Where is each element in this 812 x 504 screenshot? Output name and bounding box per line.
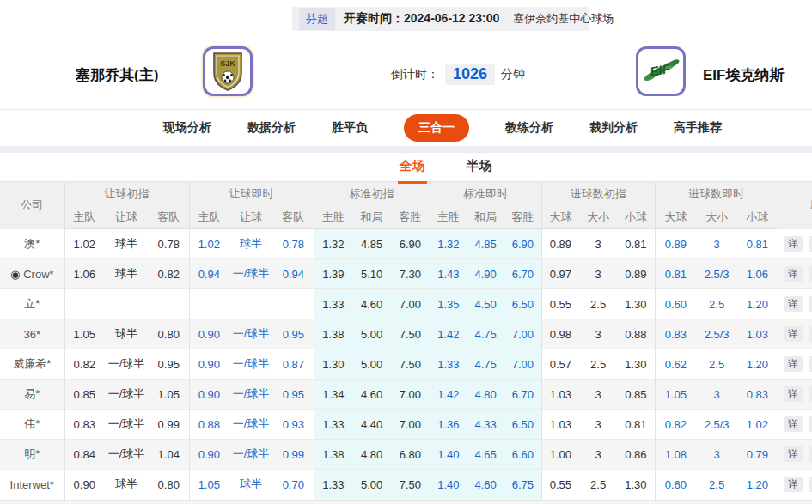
detail-button[interactable]: 详 [784, 236, 803, 252]
countdown: 倒计时： 1026 分钟 [391, 64, 525, 85]
nav-referee-analysis[interactable]: 裁判分析 [589, 120, 638, 136]
subcol-header: 和局 [467, 206, 504, 229]
kickoff-time: 开赛时间：2024-06-12 23:00 [344, 11, 499, 27]
odds-cell: 4.85 [352, 229, 391, 259]
odds-cell: 球半 [104, 229, 149, 259]
detail-button[interactable]: 详 [784, 416, 803, 432]
odds-cell: 一/球半 [229, 259, 273, 289]
nav-data-analysis[interactable]: 数据分析 [247, 120, 296, 136]
odds-cell: 4.75 [467, 349, 504, 380]
odds-cell: 5.00 [352, 319, 391, 349]
nav-win-draw-lose[interactable]: 胜平负 [332, 120, 368, 136]
company-cell[interactable]: 易* [0, 380, 64, 410]
stats-button[interactable]: 统 [809, 446, 812, 462]
odds-cell: 0.81 [617, 229, 655, 259]
actions-cell: 详统 [778, 349, 812, 380]
odds-cell: 6.70 [504, 380, 541, 410]
company-cell[interactable]: 伟* [0, 410, 64, 440]
odds-cell: 1.03 [541, 380, 579, 410]
tab-half-match[interactable]: 半场 [465, 156, 494, 181]
detail-button[interactable]: 详 [784, 477, 803, 492]
odds-cell: 0.70 [273, 470, 314, 500]
table-row: 澳*1.02球半0.781.02球半0.781.324.856.901.324.… [0, 229, 812, 259]
odds-cell: 1.32 [314, 229, 352, 259]
company-cell[interactable]: 威廉希* [0, 349, 64, 380]
nav-expert-picks[interactable]: 高手推荐 [674, 120, 722, 136]
stats-button[interactable]: 统 [809, 416, 812, 432]
odds-cell: 3 [579, 229, 617, 259]
subcol-header: 大球 [655, 206, 696, 229]
subcol-header: 大小 [696, 206, 737, 229]
odds-cell: 1.35 [430, 289, 467, 319]
company-cell[interactable]: 明* [0, 440, 64, 470]
odds-cell: 4.40 [352, 410, 391, 440]
detail-button[interactable]: 详 [784, 266, 803, 282]
odds-cell: 4.85 [467, 229, 504, 259]
odds-cell: 1.06 [737, 259, 778, 289]
odds-cell: 0.82 [149, 259, 189, 289]
odds-cell: 0.98 [541, 319, 579, 349]
odds-cell: 0.83 [64, 410, 104, 440]
company-cell[interactable]: ◉Crow* [0, 259, 64, 289]
table-row: 明*0.84一/球半1.040.90一/球半0.991.384.806.801.… [0, 440, 812, 470]
subcol-header: 让球 [104, 206, 149, 229]
company-cell[interactable]: Interwet* [0, 470, 64, 500]
odds-cell: 2.5 [579, 349, 617, 380]
detail-button[interactable]: 详 [784, 446, 803, 462]
detail-button[interactable]: 详 [784, 326, 803, 342]
company-cell[interactable]: 36* [0, 319, 64, 349]
home-team-logo: SJK [201, 45, 254, 98]
detail-button[interactable]: 详 [784, 386, 803, 402]
stats-button[interactable]: 统 [809, 236, 812, 252]
stats-button[interactable]: 统 [809, 356, 812, 372]
odds-cell: 4.80 [467, 380, 504, 410]
odds-cell: 0.95 [273, 380, 314, 410]
stats-button[interactable]: 统 [809, 266, 812, 282]
sjk-shield-icon: SJK [211, 51, 245, 92]
odds-cell: 0.90 [189, 440, 229, 470]
odds-cell: 0.82 [655, 410, 696, 440]
company-name: 澳* [24, 237, 40, 250]
topbar: 芬超 开赛时间：2024-06-12 23:00 塞伊奈约基中心球场 [0, 0, 812, 38]
table-row: Interwet*0.90球半0.801.05球半0.701.335.007.5… [0, 470, 812, 500]
odds-cell: 4.80 [352, 440, 391, 470]
subcol-header: 主队 [64, 206, 104, 229]
odds-cell: 6.50 [504, 289, 541, 319]
subcol-header: 客队 [149, 206, 189, 229]
actions-cell: 详统 [778, 440, 812, 470]
stats-button[interactable]: 统 [809, 477, 812, 492]
nav-three-in-one[interactable]: 三合一 [404, 114, 469, 142]
odds-cell: 一/球半 [229, 380, 273, 410]
odds-cell: 球半 [104, 470, 149, 500]
eif-leaf-icon: EIF [640, 54, 681, 88]
company-name: 立* [24, 297, 40, 310]
stats-button[interactable]: 统 [809, 386, 812, 402]
group-goals-init: 进球数初指 [541, 182, 655, 206]
odds-cell: 0.89 [655, 229, 696, 259]
company-cell[interactable]: 立* [0, 289, 64, 319]
stats-button[interactable]: 统 [809, 326, 812, 342]
odds-cell: 4.33 [467, 410, 504, 440]
actions-cell: 详统 [778, 380, 812, 410]
subcol-header: 主胜 [430, 206, 467, 229]
odds-cell: 1.30 [617, 349, 655, 380]
nav-live-analysis[interactable]: 现场分析 [163, 120, 211, 136]
odds-cell: 0.84 [64, 440, 104, 470]
odds-cell [273, 289, 314, 319]
odds-cell: 7.00 [504, 319, 541, 349]
detail-button[interactable]: 详 [784, 356, 803, 372]
match-info-bar: 芬超 开赛时间：2024-06-12 23:00 塞伊奈约基中心球场 [292, 7, 589, 31]
league-badge[interactable]: 芬超 [299, 8, 335, 30]
company-name: 易* [24, 387, 40, 400]
subcol-header: 小球 [617, 206, 655, 229]
odds-cell: 2.5/3 [696, 259, 737, 289]
stats-button[interactable]: 统 [809, 296, 812, 312]
detail-button[interactable]: 详 [784, 296, 803, 312]
tab-full-match[interactable]: 全场 [398, 156, 427, 184]
odds-cell: 3 [579, 259, 617, 289]
nav-coach-analysis[interactable]: 教练分析 [505, 120, 553, 136]
company-cell[interactable]: 澳* [0, 229, 64, 259]
odds-cell: 0.78 [149, 229, 189, 259]
odds-cell: 0.97 [541, 259, 579, 289]
group-handicap-init: 让球初指 [64, 182, 189, 206]
